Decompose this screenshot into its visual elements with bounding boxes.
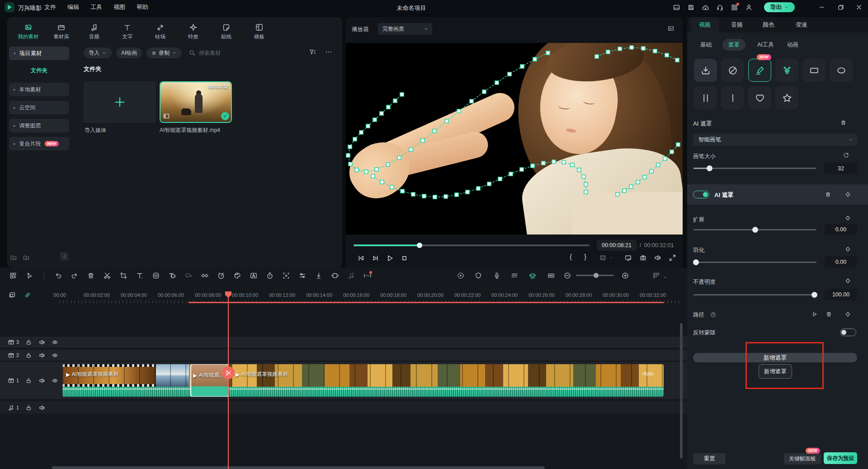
sidebar-item-本地素材[interactable]: ▸本地素材	[9, 83, 69, 96]
mask-point[interactable]	[359, 131, 363, 134]
pen-mask-button[interactable]	[775, 59, 798, 82]
mask-point[interactable]	[629, 185, 633, 188]
tab-模板[interactable]: 模板	[243, 20, 276, 43]
inspector-subtab-AI工具[interactable]: AI工具	[751, 39, 780, 51]
marker-icon[interactable]	[363, 272, 372, 280]
export-button[interactable]: 导出	[764, 2, 795, 12]
mask-point[interactable]	[606, 50, 610, 54]
snapshot-button[interactable]	[639, 254, 647, 262]
mask-point[interactable]	[584, 183, 588, 186]
mask-point[interactable]	[476, 187, 480, 190]
parallel-lines-mask-button[interactable]	[694, 86, 717, 109]
mark-icon[interactable]	[474, 272, 482, 280]
mask-point[interactable]	[397, 156, 401, 159]
zoom-out-icon[interactable]	[563, 272, 571, 280]
mask-point[interactable]	[445, 119, 448, 123]
mask-point[interactable]	[375, 168, 378, 171]
adjustment-icon[interactable]	[298, 272, 307, 280]
seek-bar[interactable]	[354, 244, 590, 246]
brush-type-select[interactable]: 智能画笔	[693, 134, 857, 146]
inspector-tab-颜色[interactable]: 颜色	[755, 17, 783, 33]
mask-point[interactable]	[386, 163, 390, 166]
lock-icon[interactable]	[25, 377, 32, 384]
sidebar-item-调整图层[interactable]: ▸调整图层	[9, 119, 69, 132]
mask-point[interactable]	[509, 172, 513, 176]
inspector-tab-变速[interactable]: 变速	[788, 17, 816, 33]
mask-point[interactable]	[595, 55, 599, 58]
cloud-upload-icon[interactable]	[702, 4, 709, 11]
track-manager-chevron-icon[interactable]	[663, 273, 671, 281]
video-stage[interactable]	[346, 43, 683, 234]
reset-brush-icon[interactable]	[843, 152, 849, 159]
inspector-subtab-基础[interactable]: 基础	[694, 39, 717, 51]
keyframe-icon[interactable]	[201, 272, 209, 280]
single-line-mask-button[interactable]	[721, 86, 744, 109]
speed-icon[interactable]	[217, 272, 225, 280]
redo-icon[interactable]	[71, 272, 79, 280]
mask-point[interactable]	[643, 175, 646, 179]
mask-point[interactable]	[433, 129, 436, 133]
delete-ai-mask-icon[interactable]	[825, 191, 831, 198]
path-play-icon[interactable]	[811, 311, 818, 318]
heart-mask-button[interactable]	[748, 86, 771, 109]
search-input[interactable]	[199, 50, 280, 56]
volume-button[interactable]	[654, 254, 661, 262]
mask-point[interactable]	[422, 194, 426, 198]
media-clip-tile[interactable]: 00:00:32 ✓	[160, 81, 232, 123]
mask-point[interactable]	[390, 185, 394, 189]
mask-point[interactable]	[457, 109, 461, 113]
media-manager-icon[interactable]	[9, 272, 17, 280]
visibility-icon[interactable]	[52, 377, 58, 384]
link-icon[interactable]	[24, 291, 31, 299]
ai-mask-outline[interactable]	[346, 43, 683, 234]
mask-point[interactable]	[546, 51, 550, 55]
mask-point[interactable]	[577, 168, 581, 172]
mute-icon[interactable]	[38, 377, 45, 384]
mask-point[interactable]	[670, 150, 674, 154]
mask-point[interactable]	[353, 137, 357, 141]
delete-folder-icon[interactable]	[23, 254, 30, 261]
keyframe-panel-button[interactable]: 关键帧面板	[784, 453, 821, 464]
keyframe-diamond-icon[interactable]	[844, 191, 851, 198]
rectangle-mask-button[interactable]	[802, 59, 826, 82]
tab-贴纸[interactable]: 贴纸	[210, 20, 243, 43]
workspace-layout-icon[interactable]	[673, 4, 680, 11]
mute-icon[interactable]	[38, 404, 45, 411]
zoom-in-icon[interactable]	[621, 272, 629, 280]
mask-point[interactable]	[656, 163, 660, 167]
close-button[interactable]	[850, 0, 868, 14]
mask-point[interactable]	[366, 124, 370, 128]
mask-point[interactable]	[371, 174, 375, 178]
star-mask-button[interactable]	[775, 86, 798, 109]
video-track-3[interactable]: 3	[0, 337, 687, 347]
path-help-icon[interactable]	[710, 311, 717, 318]
track-manager-icon[interactable]	[652, 272, 660, 280]
mask-point[interactable]	[380, 112, 383, 115]
mark-out-button[interactable]: }	[584, 253, 586, 260]
save-icon[interactable]	[687, 4, 695, 11]
opacity-slider[interactable]	[693, 294, 816, 295]
import-media-tile[interactable]	[84, 81, 156, 123]
ai-brush-mask-button[interactable]	[748, 59, 771, 82]
mask-point[interactable]	[650, 169, 653, 173]
split-at-playhead-button[interactable]	[222, 366, 235, 379]
render-preview-icon[interactable]	[457, 272, 465, 280]
restore-button[interactable]	[832, 0, 850, 14]
inspector-tab-音频[interactable]: 音频	[723, 17, 751, 33]
tab-素材库[interactable]: 素材库	[45, 20, 78, 43]
mask-point[interactable]	[349, 162, 352, 166]
mask-point[interactable]	[482, 90, 486, 94]
audio-ducking-icon[interactable]	[315, 272, 323, 280]
mark-range-chevron-icon[interactable]	[609, 254, 613, 262]
mask-point[interactable]	[623, 189, 626, 192]
path-keyframe-icon[interactable]	[844, 311, 851, 318]
sidebar-item-复合片段[interactable]: ▸复合片段NEW	[9, 137, 69, 150]
fullscreen-button[interactable]	[669, 254, 676, 262]
text-to-speech-icon[interactable]	[168, 272, 176, 280]
mask-point[interactable]	[470, 99, 473, 103]
motion-tracking-icon[interactable]	[282, 272, 290, 280]
mask-point[interactable]	[400, 93, 404, 96]
copy-track-icon[interactable]	[9, 291, 16, 299]
inspector-tab-视频[interactable]: 视频	[691, 17, 719, 33]
inspector-subtab-动画[interactable]: 动画	[781, 39, 804, 51]
